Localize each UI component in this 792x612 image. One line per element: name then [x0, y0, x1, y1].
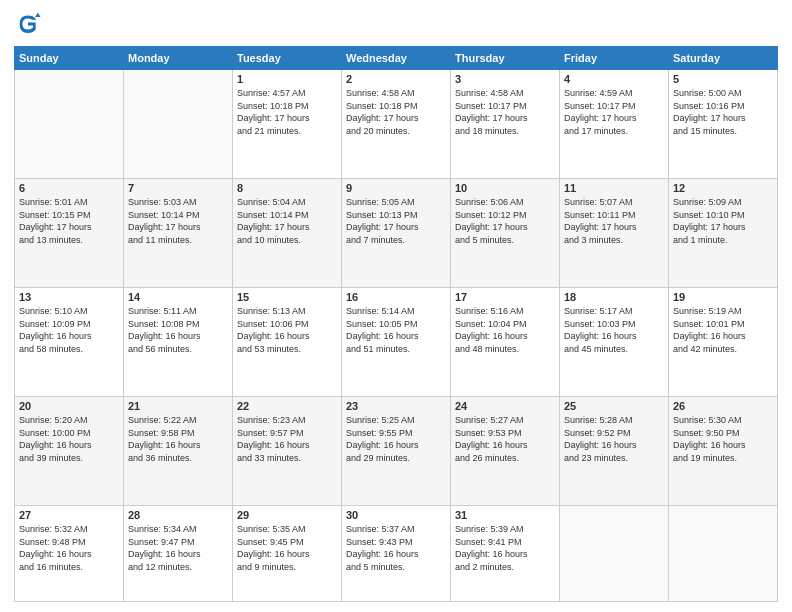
- calendar-col-header: Tuesday: [233, 47, 342, 70]
- day-number: 8: [237, 182, 337, 194]
- day-info: Sunrise: 5:05 AM Sunset: 10:13 PM Daylig…: [346, 196, 446, 246]
- day-info: Sunrise: 5:16 AM Sunset: 10:04 PM Daylig…: [455, 305, 555, 355]
- day-info: Sunrise: 5:34 AM Sunset: 9:47 PM Dayligh…: [128, 523, 228, 573]
- day-info: Sunrise: 5:22 AM Sunset: 9:58 PM Dayligh…: [128, 414, 228, 464]
- day-number: 6: [19, 182, 119, 194]
- day-info: Sunrise: 5:07 AM Sunset: 10:11 PM Daylig…: [564, 196, 664, 246]
- calendar-cell: 26Sunrise: 5:30 AM Sunset: 9:50 PM Dayli…: [669, 397, 778, 506]
- day-info: Sunrise: 5:23 AM Sunset: 9:57 PM Dayligh…: [237, 414, 337, 464]
- day-number: 2: [346, 73, 446, 85]
- day-number: 10: [455, 182, 555, 194]
- calendar-cell: 1Sunrise: 4:57 AM Sunset: 10:18 PM Dayli…: [233, 70, 342, 179]
- day-info: Sunrise: 5:01 AM Sunset: 10:15 PM Daylig…: [19, 196, 119, 246]
- day-info: Sunrise: 4:58 AM Sunset: 10:18 PM Daylig…: [346, 87, 446, 137]
- day-info: Sunrise: 5:04 AM Sunset: 10:14 PM Daylig…: [237, 196, 337, 246]
- day-number: 18: [564, 291, 664, 303]
- logo-icon: [14, 10, 42, 38]
- day-number: 21: [128, 400, 228, 412]
- calendar-cell: [15, 70, 124, 179]
- day-number: 17: [455, 291, 555, 303]
- calendar-cell: 15Sunrise: 5:13 AM Sunset: 10:06 PM Dayl…: [233, 288, 342, 397]
- calendar-cell: 29Sunrise: 5:35 AM Sunset: 9:45 PM Dayli…: [233, 506, 342, 602]
- calendar-cell: 6Sunrise: 5:01 AM Sunset: 10:15 PM Dayli…: [15, 179, 124, 288]
- calendar-week-row: 1Sunrise: 4:57 AM Sunset: 10:18 PM Dayli…: [15, 70, 778, 179]
- day-number: 28: [128, 509, 228, 521]
- calendar-cell: 31Sunrise: 5:39 AM Sunset: 9:41 PM Dayli…: [451, 506, 560, 602]
- calendar-cell: [124, 70, 233, 179]
- day-number: 31: [455, 509, 555, 521]
- day-number: 22: [237, 400, 337, 412]
- day-number: 23: [346, 400, 446, 412]
- calendar-cell: 16Sunrise: 5:14 AM Sunset: 10:05 PM Dayl…: [342, 288, 451, 397]
- day-info: Sunrise: 5:28 AM Sunset: 9:52 PM Dayligh…: [564, 414, 664, 464]
- calendar-col-header: Wednesday: [342, 47, 451, 70]
- header: [14, 10, 778, 38]
- calendar-cell: 23Sunrise: 5:25 AM Sunset: 9:55 PM Dayli…: [342, 397, 451, 506]
- calendar-cell: 19Sunrise: 5:19 AM Sunset: 10:01 PM Dayl…: [669, 288, 778, 397]
- day-info: Sunrise: 5:35 AM Sunset: 9:45 PM Dayligh…: [237, 523, 337, 573]
- day-info: Sunrise: 5:19 AM Sunset: 10:01 PM Daylig…: [673, 305, 773, 355]
- calendar-table: SundayMondayTuesdayWednesdayThursdayFrid…: [14, 46, 778, 602]
- day-info: Sunrise: 5:00 AM Sunset: 10:16 PM Daylig…: [673, 87, 773, 137]
- logo: [14, 10, 48, 38]
- day-info: Sunrise: 5:25 AM Sunset: 9:55 PM Dayligh…: [346, 414, 446, 464]
- calendar-week-row: 20Sunrise: 5:20 AM Sunset: 10:00 PM Dayl…: [15, 397, 778, 506]
- day-number: 27: [19, 509, 119, 521]
- calendar-col-header: Saturday: [669, 47, 778, 70]
- day-number: 1: [237, 73, 337, 85]
- calendar-week-row: 27Sunrise: 5:32 AM Sunset: 9:48 PM Dayli…: [15, 506, 778, 602]
- calendar-col-header: Sunday: [15, 47, 124, 70]
- calendar-cell: [669, 506, 778, 602]
- calendar-cell: 30Sunrise: 5:37 AM Sunset: 9:43 PM Dayli…: [342, 506, 451, 602]
- calendar-week-row: 6Sunrise: 5:01 AM Sunset: 10:15 PM Dayli…: [15, 179, 778, 288]
- day-number: 14: [128, 291, 228, 303]
- calendar-cell: 5Sunrise: 5:00 AM Sunset: 10:16 PM Dayli…: [669, 70, 778, 179]
- day-info: Sunrise: 5:32 AM Sunset: 9:48 PM Dayligh…: [19, 523, 119, 573]
- calendar-cell: 13Sunrise: 5:10 AM Sunset: 10:09 PM Dayl…: [15, 288, 124, 397]
- day-number: 26: [673, 400, 773, 412]
- calendar-cell: 22Sunrise: 5:23 AM Sunset: 9:57 PM Dayli…: [233, 397, 342, 506]
- day-number: 30: [346, 509, 446, 521]
- calendar-cell: 24Sunrise: 5:27 AM Sunset: 9:53 PM Dayli…: [451, 397, 560, 506]
- day-info: Sunrise: 5:10 AM Sunset: 10:09 PM Daylig…: [19, 305, 119, 355]
- day-info: Sunrise: 5:06 AM Sunset: 10:12 PM Daylig…: [455, 196, 555, 246]
- day-info: Sunrise: 5:03 AM Sunset: 10:14 PM Daylig…: [128, 196, 228, 246]
- day-number: 20: [19, 400, 119, 412]
- day-info: Sunrise: 5:20 AM Sunset: 10:00 PM Daylig…: [19, 414, 119, 464]
- day-number: 19: [673, 291, 773, 303]
- calendar-cell: 28Sunrise: 5:34 AM Sunset: 9:47 PM Dayli…: [124, 506, 233, 602]
- calendar-cell: 18Sunrise: 5:17 AM Sunset: 10:03 PM Dayl…: [560, 288, 669, 397]
- calendar-cell: 21Sunrise: 5:22 AM Sunset: 9:58 PM Dayli…: [124, 397, 233, 506]
- calendar-col-header: Thursday: [451, 47, 560, 70]
- day-info: Sunrise: 4:59 AM Sunset: 10:17 PM Daylig…: [564, 87, 664, 137]
- day-info: Sunrise: 5:37 AM Sunset: 9:43 PM Dayligh…: [346, 523, 446, 573]
- day-number: 25: [564, 400, 664, 412]
- day-number: 7: [128, 182, 228, 194]
- calendar-cell: [560, 506, 669, 602]
- day-number: 29: [237, 509, 337, 521]
- day-info: Sunrise: 5:27 AM Sunset: 9:53 PM Dayligh…: [455, 414, 555, 464]
- day-info: Sunrise: 5:17 AM Sunset: 10:03 PM Daylig…: [564, 305, 664, 355]
- day-info: Sunrise: 5:13 AM Sunset: 10:06 PM Daylig…: [237, 305, 337, 355]
- calendar-cell: 17Sunrise: 5:16 AM Sunset: 10:04 PM Dayl…: [451, 288, 560, 397]
- day-number: 15: [237, 291, 337, 303]
- calendar-col-header: Monday: [124, 47, 233, 70]
- calendar-cell: 10Sunrise: 5:06 AM Sunset: 10:12 PM Dayl…: [451, 179, 560, 288]
- day-number: 3: [455, 73, 555, 85]
- day-info: Sunrise: 5:11 AM Sunset: 10:08 PM Daylig…: [128, 305, 228, 355]
- calendar-cell: 8Sunrise: 5:04 AM Sunset: 10:14 PM Dayli…: [233, 179, 342, 288]
- day-info: Sunrise: 5:14 AM Sunset: 10:05 PM Daylig…: [346, 305, 446, 355]
- day-number: 13: [19, 291, 119, 303]
- calendar-week-row: 13Sunrise: 5:10 AM Sunset: 10:09 PM Dayl…: [15, 288, 778, 397]
- calendar-cell: 14Sunrise: 5:11 AM Sunset: 10:08 PM Dayl…: [124, 288, 233, 397]
- calendar-cell: 20Sunrise: 5:20 AM Sunset: 10:00 PM Dayl…: [15, 397, 124, 506]
- calendar-cell: 12Sunrise: 5:09 AM Sunset: 10:10 PM Dayl…: [669, 179, 778, 288]
- calendar-cell: 27Sunrise: 5:32 AM Sunset: 9:48 PM Dayli…: [15, 506, 124, 602]
- day-number: 11: [564, 182, 664, 194]
- calendar-cell: 2Sunrise: 4:58 AM Sunset: 10:18 PM Dayli…: [342, 70, 451, 179]
- day-info: Sunrise: 5:09 AM Sunset: 10:10 PM Daylig…: [673, 196, 773, 246]
- calendar-cell: 7Sunrise: 5:03 AM Sunset: 10:14 PM Dayli…: [124, 179, 233, 288]
- calendar-cell: 25Sunrise: 5:28 AM Sunset: 9:52 PM Dayli…: [560, 397, 669, 506]
- day-info: Sunrise: 5:30 AM Sunset: 9:50 PM Dayligh…: [673, 414, 773, 464]
- day-info: Sunrise: 4:58 AM Sunset: 10:17 PM Daylig…: [455, 87, 555, 137]
